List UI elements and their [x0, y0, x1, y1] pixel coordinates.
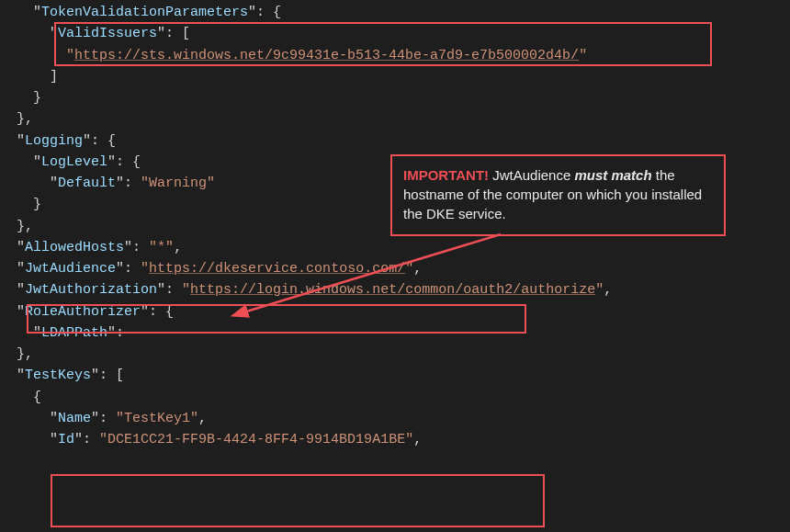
- code-line: "Name": "TestKey1",: [0, 408, 790, 429]
- code-line: "JwtAuthorization": "https://login.windo…: [0, 279, 790, 300]
- callout-important-label: IMPORTANT!: [403, 167, 489, 183]
- code-line: "AllowedHosts": "*",: [0, 237, 790, 258]
- callout-box: IMPORTANT! JwtAudience must match the ho…: [390, 154, 726, 236]
- code-line: {: [0, 387, 790, 408]
- code-line: ]: [0, 66, 790, 87]
- code-line: },: [0, 108, 790, 130]
- code-line: "Id": "DCE1CC21-FF9B-4424-8FF4-9914BD19A…: [0, 429, 790, 450]
- code-line: "https://sts.windows.net/9c99431e-b513-4…: [0, 45, 790, 66]
- highlight-box-testkeys: [51, 474, 545, 527]
- code-line: "JwtAudience": "https://dkeservice.conto…: [0, 258, 790, 279]
- code-line: "LDAPPath":: [0, 323, 790, 344]
- code-line: "RoleAuthorizer": {: [0, 301, 790, 323]
- code-line: }: [0, 87, 790, 108]
- code-line: "TokenValidationParameters": {: [0, 2, 790, 23]
- code-line: },: [0, 344, 790, 365]
- callout-emphasis: must match: [574, 167, 651, 183]
- code-line: "ValidIssuers": [: [0, 23, 790, 44]
- code-line: "Logging": {: [0, 130, 790, 152]
- code-line: "TestKeys": [: [0, 365, 790, 386]
- callout-text: JwtAudience: [489, 167, 574, 183]
